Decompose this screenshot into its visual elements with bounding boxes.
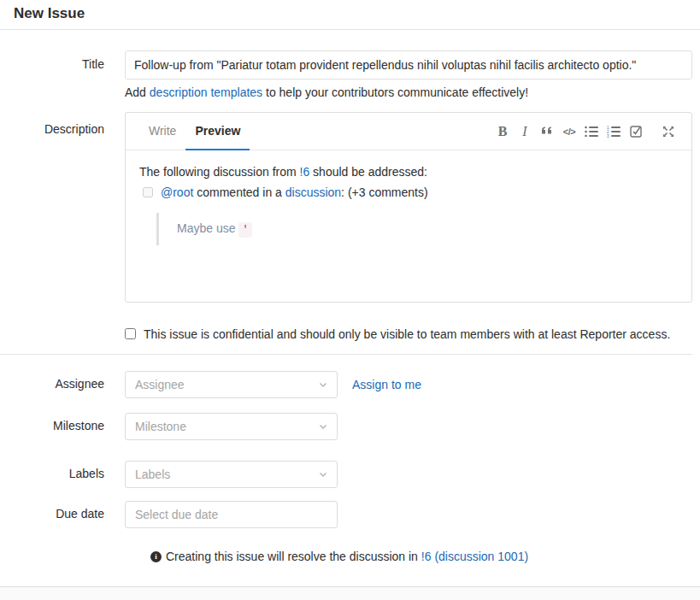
chevron-down-icon	[318, 469, 328, 479]
page-title: New Issue	[14, 6, 686, 21]
user-link[interactable]: @root	[161, 185, 193, 199]
markdown-toolbar: B I </> 123	[491, 113, 679, 150]
svg-text:3: 3	[607, 134, 609, 138]
title-help-text: Add description templates to help your c…	[125, 85, 692, 100]
tab-preview[interactable]: Preview	[185, 113, 250, 150]
info-icon: i	[150, 551, 162, 562]
code-icon[interactable]: </>	[558, 121, 580, 143]
assign-to-me-link[interactable]: Assign to me	[352, 371, 421, 398]
fullscreen-icon[interactable]	[657, 121, 679, 143]
chevron-down-icon	[318, 379, 328, 390]
section-divider	[0, 354, 692, 355]
confidential-option[interactable]: This issue is confidential and should on…	[125, 326, 692, 343]
quote-icon[interactable]	[536, 121, 558, 143]
discussion-link[interactable]: discussion	[285, 185, 341, 199]
milestone-row: Milestone Milestone	[0, 413, 692, 440]
numbered-list-icon[interactable]: 123	[603, 121, 625, 143]
milestone-dropdown[interactable]: Milestone	[125, 413, 338, 440]
new-issue-form: Title Add description templates to help …	[0, 50, 700, 564]
form-actions-footer	[0, 586, 700, 600]
resolve-note: i Creating this issue will resolve the d…	[150, 550, 692, 564]
confidential-row: This issue is confidential and should on…	[0, 326, 692, 343]
task-list-item: @root commented in a discussion: (+3 com…	[143, 184, 678, 201]
bullet-list-icon[interactable]	[580, 121, 603, 143]
description-label: Description	[0, 112, 104, 136]
labels-label: Labels	[0, 461, 104, 480]
tab-write[interactable]: Write	[139, 113, 185, 150]
title-input[interactable]	[125, 50, 692, 79]
resolve-note-row: i Creating this issue will resolve the d…	[0, 550, 692, 564]
description-templates-link[interactable]: description templates	[150, 85, 262, 99]
markdown-editor: Write Preview B I </> 123	[125, 112, 692, 303]
title-row: Title Add description templates to help …	[0, 50, 692, 100]
italic-icon[interactable]: I	[514, 121, 536, 143]
merge-request-link[interactable]: !6	[300, 165, 310, 179]
assignee-dropdown[interactable]: Assignee	[125, 371, 338, 398]
confidential-text: This issue is confidential and should on…	[144, 326, 670, 343]
resolve-discussion-link[interactable]: !6 (discussion 1001)	[421, 550, 528, 563]
task-checkbox[interactable]	[143, 187, 153, 197]
bold-icon[interactable]: B	[491, 121, 514, 143]
labels-row: Labels Labels	[0, 461, 692, 488]
quoted-comment: Maybe use '	[156, 213, 678, 245]
due-date-input[interactable]	[125, 501, 338, 528]
title-label: Title	[0, 50, 104, 71]
page-header: New Issue	[0, 0, 700, 30]
task-text: @root commented in a discussion: (+3 com…	[161, 184, 428, 201]
description-row: Description Write Preview B I </>	[0, 112, 692, 303]
markdown-editor-header: Write Preview B I </> 123	[126, 113, 691, 150]
due-date-row: Due date	[0, 501, 692, 528]
confidential-checkbox[interactable]	[125, 328, 136, 339]
due-date-label: Due date	[0, 501, 104, 521]
assignee-row: Assignee Assignee Assign to me	[0, 371, 692, 398]
milestone-label: Milestone	[0, 413, 104, 432]
preview-paragraph: The following discussion from !6 should …	[139, 163, 678, 180]
labels-dropdown[interactable]: Labels	[125, 461, 338, 488]
assignee-label: Assignee	[0, 371, 104, 391]
task-list: @root commented in a discussion: (+3 com…	[139, 184, 678, 201]
task-list-icon[interactable]	[625, 121, 647, 143]
chevron-down-icon	[318, 421, 328, 432]
markdown-preview: The following discussion from !6 should …	[126, 150, 691, 302]
inline-code: '	[238, 222, 251, 238]
resolve-note-text: Creating this issue will resolve the dis…	[166, 550, 528, 564]
